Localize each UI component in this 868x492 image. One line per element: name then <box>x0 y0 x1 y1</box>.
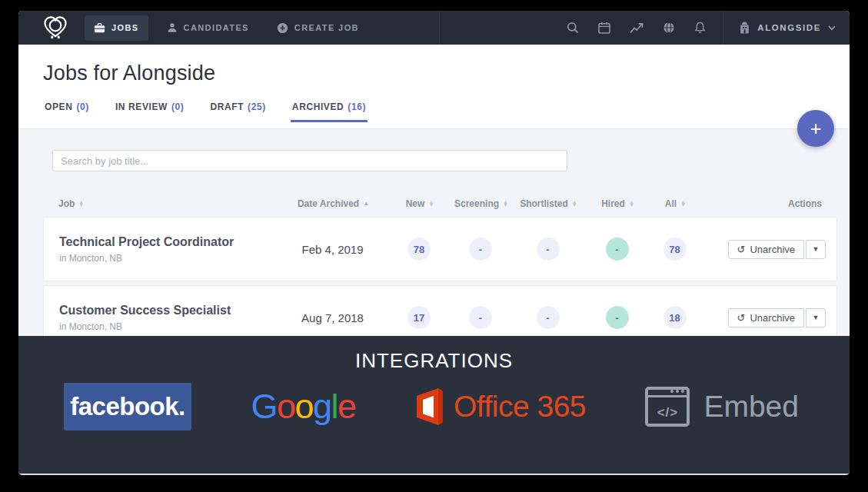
sort-icon[interactable]: ▲▼ <box>629 201 634 207</box>
page-header: Jobs for Alongside OPEN (0) IN REVIEW (0… <box>18 45 850 128</box>
nav-divider <box>723 11 723 45</box>
tab-count: (0) <box>171 101 184 112</box>
col-hired: Hired <box>601 198 625 209</box>
tab-count: (25) <box>248 101 266 112</box>
nav-create-job-label: CREATE JOB <box>294 23 359 32</box>
caret-down-icon: ▼ <box>813 245 820 253</box>
job-location: in Moncton, NB <box>59 253 277 264</box>
code-window-icon: </> <box>645 387 690 427</box>
table-row[interactable]: Technical Project Coordinator in Moncton… <box>43 217 837 281</box>
unarchive-label: Unarchive <box>750 244 795 255</box>
nav-candidates-label: CANDIDATES <box>184 23 249 32</box>
tab-label: DRAFT <box>210 101 244 112</box>
globe-icon[interactable] <box>663 22 675 34</box>
col-job: Job <box>58 198 75 209</box>
tab-label: ARCHIVED <box>292 101 344 112</box>
sort-asc-icon[interactable]: ▲ <box>363 202 369 205</box>
restore-icon: ↺ <box>737 312 746 324</box>
person-icon <box>167 22 178 33</box>
account-menu[interactable]: ALONGSIDE <box>739 22 836 34</box>
tab-label: OPEN <box>45 101 72 112</box>
sort-icon[interactable]: ▲▼ <box>503 201 508 207</box>
unarchive-button[interactable]: ↺ Unarchive <box>728 240 804 259</box>
company-icon <box>739 22 750 34</box>
plus-circle-icon <box>277 22 288 34</box>
sort-icon[interactable]: ▲▼ <box>680 201 686 207</box>
heart-balloons-icon <box>42 15 69 41</box>
tab-label: IN REVIEW <box>115 101 168 112</box>
briefcase-icon <box>94 22 105 34</box>
analytics-icon[interactable] <box>630 22 644 34</box>
page-title: Jobs for Alongside <box>43 62 825 85</box>
hired-count-badge[interactable]: - <box>606 238 629 261</box>
shortlisted-count-badge[interactable]: - <box>537 238 560 261</box>
tab-draft[interactable]: DRAFT (25) <box>208 101 267 122</box>
col-screening: Screening <box>454 198 499 209</box>
tab-archived[interactable]: ARCHIVED (16) <box>291 101 367 122</box>
job-title[interactable]: Customer Success Specialist <box>59 304 277 317</box>
nav-divider <box>439 11 440 45</box>
unarchive-button[interactable]: ↺ Unarchive <box>728 308 804 327</box>
unarchive-label: Unarchive <box>750 312 795 324</box>
screening-count-badge[interactable]: - <box>469 306 492 329</box>
add-job-button[interactable]: + <box>797 110 834 147</box>
search-input[interactable] <box>52 150 567 171</box>
chevron-down-icon <box>828 25 836 31</box>
col-all: All <box>665 198 677 209</box>
alongside-logo[interactable] <box>42 15 69 41</box>
col-actions: Actions <box>788 198 822 209</box>
plus-icon: + <box>810 117 821 141</box>
office-icon <box>415 387 444 426</box>
date-archived: Feb 4, 2019 <box>277 243 388 256</box>
col-date-archived: Date Archived <box>298 198 359 209</box>
calendar-icon[interactable] <box>598 22 610 34</box>
unarchive-dropdown-button[interactable]: ▼ <box>806 308 826 327</box>
tab-open[interactable]: OPEN (0) <box>43 101 91 122</box>
date-archived: Aug 7, 2018 <box>277 311 388 324</box>
facebook-logo: facebook. <box>64 383 191 430</box>
caret-down-icon: ▼ <box>813 314 820 321</box>
integrations-title: INTEGRATIONS <box>18 349 850 373</box>
all-count-badge[interactable]: 78 <box>663 238 687 261</box>
office-365-logo: Office 365 <box>415 387 586 426</box>
col-new: New <box>406 198 425 209</box>
new-count-badge[interactable]: 78 <box>407 238 431 261</box>
sort-icon[interactable]: ▲▼ <box>428 201 434 207</box>
nav-jobs-label: JOBS <box>111 23 139 32</box>
sort-icon[interactable]: ▲▼ <box>572 201 577 207</box>
notifications-icon[interactable] <box>694 22 706 34</box>
main-menu: JOBS CANDIDATES CREATE JOB <box>85 15 368 41</box>
nav-jobs[interactable]: JOBS <box>85 15 148 41</box>
tab-count: (16) <box>348 101 366 112</box>
jobs-list-section: Job ▲▼ Date Archived ▲ New ▲▼ Screening … <box>18 128 850 336</box>
account-name: ALONGSIDE <box>757 23 821 32</box>
tab-in-review[interactable]: IN REVIEW (0) <box>114 101 186 122</box>
nav-candidates[interactable]: CANDIDATES <box>158 15 258 40</box>
google-logo: Google <box>251 387 355 427</box>
sort-icon[interactable]: ▲▼ <box>78 201 84 207</box>
top-navbar: JOBS CANDIDATES CREATE JOB <box>18 11 850 45</box>
integrations-section: INTEGRATIONS facebook. Google Office 365 <box>18 336 850 475</box>
screening-count-badge[interactable]: - <box>469 238 492 261</box>
all-count-badge[interactable]: 18 <box>663 306 687 329</box>
job-location: in Moncton, NB <box>59 321 277 332</box>
table-header: Job ▲▼ Date Archived ▲ New ▲▼ Screening … <box>43 198 837 209</box>
nav-create-job[interactable]: CREATE JOB <box>268 15 368 41</box>
col-shortlisted: Shortlisted <box>520 198 568 209</box>
search-icon[interactable] <box>567 22 579 34</box>
hired-count-badge[interactable]: - <box>606 306 629 329</box>
job-status-tabs: OPEN (0) IN REVIEW (0) DRAFT (25) ARCHIV… <box>43 101 825 122</box>
restore-icon: ↺ <box>737 244 746 255</box>
embed-logo: </> Embed <box>645 387 799 427</box>
unarchive-dropdown-button[interactable]: ▼ <box>806 240 826 259</box>
table-row[interactable]: Customer Success Specialist in Moncton, … <box>43 285 837 336</box>
shortlisted-count-badge[interactable]: - <box>537 306 560 329</box>
new-count-badge[interactable]: 17 <box>407 306 431 329</box>
job-title[interactable]: Technical Project Coordinator <box>59 235 277 249</box>
nav-icon-group <box>567 22 706 34</box>
tab-count: (0) <box>76 101 88 112</box>
app-window: JOBS CANDIDATES CREATE JOB <box>18 11 850 475</box>
integration-logos: facebook. Google Office 365 </> Embed <box>18 383 850 430</box>
